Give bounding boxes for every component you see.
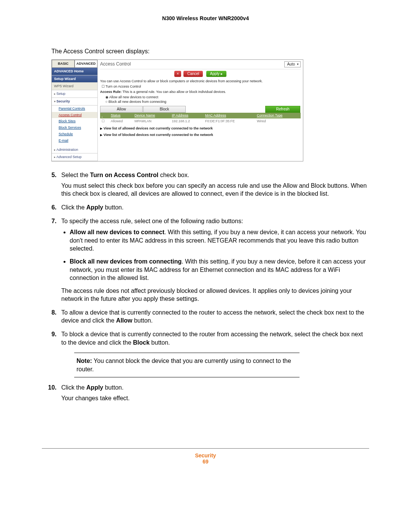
s5-prefix: Select the xyxy=(61,172,90,178)
router-screenshot: BASIC ADVANCED ADVANCED Home Setup Wizar… xyxy=(51,59,303,161)
view-allowed-link[interactable]: ▶View list of allowed devices not curren… xyxy=(100,126,301,131)
s10-para: Your changes take effect. xyxy=(61,394,369,403)
steps-list: Select the Turn on Access Control check … xyxy=(51,171,369,402)
step-10: Click the Apply button. Your changes tak… xyxy=(58,383,369,402)
s9-b: button. xyxy=(150,339,170,346)
note-box: Note: You cannot block the device that y… xyxy=(74,353,299,377)
apply-arrow-icon: ▸ xyxy=(221,72,223,76)
footer-category: Security xyxy=(42,452,369,459)
nav-administration-label: Administration xyxy=(56,148,78,152)
cancel-button[interactable]: Cancel xyxy=(183,71,203,77)
s6-suffix: button. xyxy=(103,204,123,211)
view-allowed-label: View list of allowed devices not current… xyxy=(104,126,213,130)
step-8: To allow a device that is currently conn… xyxy=(58,308,369,325)
step-5: Select the Turn on Access Control check … xyxy=(58,171,369,198)
rule-label-rest: This is a general rule. You can also all… xyxy=(122,90,226,94)
cell-mac: F0:DE:F1:0F:35:FE xyxy=(204,118,255,124)
radio-allow[interactable]: ◉ Allow all new devices to connect xyxy=(105,95,301,99)
triangle-icon: ▶ xyxy=(100,127,102,130)
nav-block-sites[interactable]: Block Sites xyxy=(52,118,97,125)
step-6: Click the Apply button. xyxy=(58,203,369,212)
tab-basic[interactable]: BASIC xyxy=(52,60,75,68)
turn-on-label: Turn on Access Control xyxy=(105,85,141,88)
panel-title: Access Control xyxy=(100,61,301,67)
block-button[interactable]: Block xyxy=(143,106,186,113)
nav-wps-wizard[interactable]: WPS Wizard xyxy=(52,83,97,90)
s10-prefix: Click the xyxy=(61,384,86,391)
row-checkbox[interactable]: ☐ xyxy=(100,118,109,124)
turn-on-checkbox[interactable]: ☐ Turn on Access Control xyxy=(102,85,301,89)
allow-button[interactable]: Allow xyxy=(100,106,143,113)
radio-block[interactable]: ○ Block all new devices from connecting xyxy=(105,100,301,104)
step-9: To block a device that is currently conn… xyxy=(58,330,369,377)
view-blocked-label: View list of blocked devices not current… xyxy=(104,133,213,137)
panel-desc: You can use Access Control to allow or b… xyxy=(100,79,301,83)
device-table: Status Device Name IP Address MAC Addres… xyxy=(100,113,301,124)
doc-header: N300 Wireless Router WNR2000v4 xyxy=(42,15,369,21)
s7-bullet-block: Block all new devices from connecting. W… xyxy=(70,257,369,282)
s10-bold: Apply xyxy=(86,384,103,391)
rule-label-bold: Access Rule: xyxy=(100,90,122,94)
cell-status: Allowed xyxy=(109,118,133,124)
cell-ip: 192.168.1.2 xyxy=(170,118,204,124)
s7-line: To specify the access rule, select one o… xyxy=(61,218,243,224)
intro-line: The Access Control screen displays: xyxy=(51,48,369,55)
s8-b: button. xyxy=(132,317,153,324)
s5-suffix: check box. xyxy=(158,172,189,178)
th-status[interactable]: Status xyxy=(109,113,133,118)
th-conn[interactable]: Connection Type xyxy=(255,113,301,118)
cell-device: MPAWLAN xyxy=(133,118,170,124)
nav-adv-home[interactable]: ADVANCED Home xyxy=(52,68,97,75)
nav-block-services[interactable]: Block Services xyxy=(52,125,97,131)
footer-page: 69 xyxy=(42,459,369,465)
s7-b2-bold: Block all new devices from connecting xyxy=(70,258,182,265)
s6-bold: Apply xyxy=(86,204,103,211)
nav-access-control[interactable]: Access Control xyxy=(52,112,97,118)
nav-advanced-setup-label: Advanced Setup xyxy=(56,155,81,159)
s7-tail: The access rule does not affect previous… xyxy=(61,287,369,303)
nav-email[interactable]: E-mail xyxy=(52,137,97,144)
apply-button[interactable]: Apply ▸ xyxy=(206,71,226,77)
s5-para: You must select this check box before yo… xyxy=(61,182,369,198)
radio-allow-label: Allow all new devices to connect xyxy=(109,95,158,99)
s8-bold: Allow xyxy=(116,317,132,324)
nav-advanced-setup[interactable]: ▸ Advanced Setup xyxy=(52,153,97,161)
s8-a: To allow a device that is currently conn… xyxy=(61,309,364,324)
refresh-button[interactable]: Refresh xyxy=(265,106,300,113)
nav-schedule[interactable]: Schedule xyxy=(52,131,97,137)
nav-parental[interactable]: Parental Controls xyxy=(52,105,97,112)
nav-security[interactable]: ▾ Security xyxy=(52,98,97,105)
s5-bold: Turn on Access Control xyxy=(90,172,159,178)
cell-conn: Wired xyxy=(255,118,301,124)
nav-security-label: Security xyxy=(56,99,70,103)
apply-button-label: Apply xyxy=(210,72,220,76)
th-device[interactable]: Device Name xyxy=(133,113,170,118)
s7-b1-bold: Allow all new devices to connect xyxy=(70,229,164,235)
s6-prefix: Click the xyxy=(61,204,86,211)
note-bold: Note: xyxy=(76,358,92,364)
page-footer: Security 69 xyxy=(42,448,369,465)
s9-a: To block a device that is currently conn… xyxy=(61,331,363,346)
note-rest: You cannot block the device that you are… xyxy=(76,358,291,372)
step-7: To specify the access rule, select one o… xyxy=(58,217,369,303)
tab-advanced[interactable]: ADVANCED xyxy=(75,60,97,68)
view-blocked-link[interactable]: ▶View list of blocked devices not curren… xyxy=(100,133,301,137)
radio-block-label: Block all new devices from connecting xyxy=(108,100,166,104)
ss-sidebar: BASIC ADVANCED ADVANCED Home Setup Wizar… xyxy=(52,60,98,161)
auto-dropdown[interactable]: Auto xyxy=(284,61,301,67)
rule-label: Access Rule: This is a general rule. You… xyxy=(100,90,301,94)
close-button[interactable]: × xyxy=(174,71,181,77)
nav-setup-label: Setup xyxy=(56,92,65,96)
nav-setup-wizard[interactable]: Setup Wizard xyxy=(52,75,97,83)
s7-bullet-allow: Allow all new devices to connect. With t… xyxy=(70,228,369,253)
ss-main: Auto Access Control ×Cancel Apply ▸ You … xyxy=(98,60,303,161)
table-row: ☐ Allowed MPAWLAN 192.168.1.2 F0:DE:F1:0… xyxy=(100,118,301,124)
nav-setup[interactable]: ▸ Setup xyxy=(52,90,97,98)
th-ip[interactable]: IP Address xyxy=(170,113,204,118)
th-mac[interactable]: MAC Address xyxy=(204,113,255,118)
s10-suffix: button. xyxy=(103,384,123,391)
triangle-icon: ▶ xyxy=(100,133,102,137)
s9-bold: Block xyxy=(133,339,150,346)
nav-administration[interactable]: ▸ Administration xyxy=(52,146,97,154)
